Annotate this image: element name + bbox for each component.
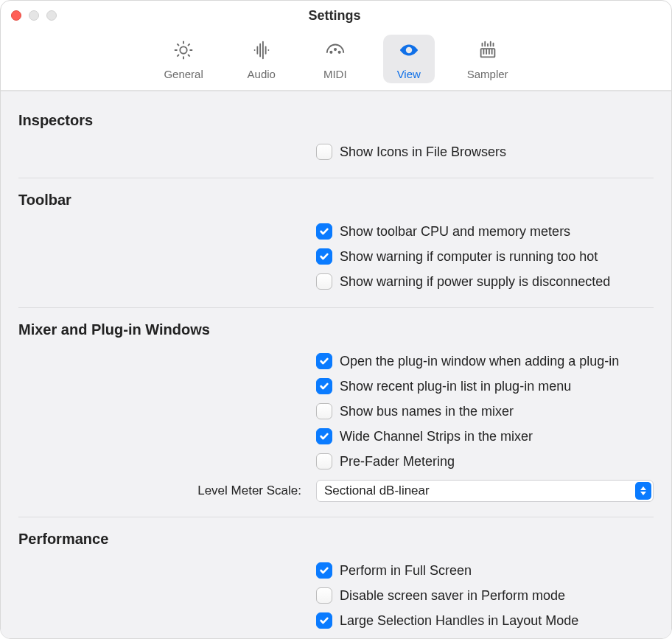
option-row: Show Icons in File Browsers [18, 139, 654, 164]
option-row: Show bus names in the mixer [18, 399, 654, 424]
checkbox-warn-hot[interactable] [316, 248, 332, 265]
checkbox-disable-screensaver[interactable] [316, 587, 332, 604]
section-title-toolbar: Toolbar [18, 192, 654, 209]
option-row: Large Selection Handles in Layout Mode [18, 608, 654, 633]
option-row: Disable screen saver in Perform mode [18, 583, 654, 608]
checkbox-cpu-meters[interactable] [316, 223, 332, 240]
divider [18, 178, 654, 178]
option-label: Show bus names in the mixer [340, 404, 514, 419]
option-row: Level Meter Scale: Sectional dB-linear [18, 478, 654, 503]
option-label: Open the plug-in window when adding a pl… [340, 354, 619, 369]
option-label: Disable screen saver in Perform mode [340, 588, 565, 604]
level-meter-select[interactable]: Sectional dB-linear [316, 480, 654, 502]
option-label: Show toolbar CPU and memory meters [340, 224, 570, 240]
window-title: Settings [8, 8, 661, 24]
tab-view[interactable]: View [383, 35, 435, 83]
section-title-inspectors: Inspectors [18, 112, 654, 129]
titlebar: Settings [1, 1, 671, 30]
checkbox-wide-strips[interactable] [316, 428, 332, 444]
chevron-up-down-icon [635, 482, 651, 500]
option-row: Pre-Fader Metering [18, 449, 654, 474]
checkbox-prefader[interactable] [316, 453, 332, 469]
option-label: Large Selection Handles in Layout Mode [340, 613, 578, 629]
tab-label: Audio [248, 68, 276, 80]
option-label: Show Icons in File Browsers [340, 144, 506, 160]
option-label: Wide Channel Strips in the mixer [340, 429, 533, 444]
option-label: Show warning if power supply is disconne… [340, 274, 610, 290]
tab-label: General [164, 68, 203, 80]
tab-audio[interactable]: Audio [236, 35, 287, 83]
checkbox-open-plugin[interactable] [316, 353, 332, 369]
level-meter-label: Level Meter Scale: [18, 483, 307, 498]
tab-label: View [397, 68, 421, 80]
tab-midi[interactable]: MIDI [309, 35, 361, 83]
checkbox-recent-list[interactable] [316, 378, 332, 394]
settings-window: Settings General Audio MIDI View [0, 0, 672, 639]
svg-point-2 [335, 49, 336, 50]
option-row: Show warning if power supply is disconne… [18, 269, 654, 294]
eye-icon [398, 39, 420, 65]
tab-label: Sampler [467, 68, 508, 80]
option-label: Perform in Full Screen [340, 563, 472, 579]
tabbar: General Audio MIDI View Sampler [1, 30, 671, 91]
audio-icon [251, 39, 273, 65]
divider [18, 307, 654, 308]
svg-point-1 [330, 52, 332, 53]
tab-label: MIDI [323, 68, 347, 80]
option-row: Perform in Full Screen [18, 558, 654, 583]
section-title-performance: Performance [18, 531, 654, 548]
select-value: Sectional dB-linear [324, 483, 635, 498]
tab-general[interactable]: General [153, 35, 213, 83]
checkbox-fullscreen[interactable] [316, 562, 332, 579]
option-label: Pre-Fader Metering [340, 454, 455, 469]
checkbox-large-handles[interactable] [316, 612, 332, 629]
checkbox-bus-names[interactable] [316, 403, 332, 419]
midi-icon [324, 39, 346, 65]
option-row: Show toolbar CPU and memory meters [18, 219, 654, 244]
svg-point-0 [180, 46, 186, 53]
content-area: Inspectors Show Icons in File Browsers T… [1, 91, 671, 638]
svg-point-3 [338, 52, 340, 53]
section-title-mixer: Mixer and Plug-in Windows [18, 321, 654, 338]
checkbox-show-icons[interactable] [316, 144, 332, 160]
checkbox-warn-power[interactable] [316, 273, 332, 290]
option-row: Wide Channel Strips in the mixer [18, 424, 654, 449]
divider [18, 517, 654, 517]
tab-sampler[interactable]: Sampler [457, 35, 519, 83]
option-row: Show warning if computer is running too … [18, 244, 654, 269]
option-label: Show recent plug-in list in plug-in menu [340, 379, 571, 394]
option-row: Show recent plug-in list in plug-in menu [18, 374, 654, 399]
option-row: Open the plug-in window when adding a pl… [18, 349, 654, 374]
gear-icon [172, 39, 195, 65]
option-label: Show warning if computer is running too … [340, 249, 598, 265]
sampler-icon [477, 39, 499, 65]
